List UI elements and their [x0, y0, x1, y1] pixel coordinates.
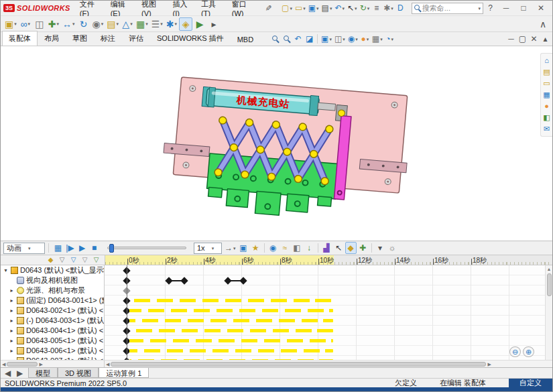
- save-animation-icon[interactable]: ▣: [238, 242, 249, 254]
- timeline-playhead[interactable]: [127, 265, 127, 360]
- gravity-icon[interactable]: ↓: [304, 242, 315, 254]
- smart-fasteners-icon[interactable]: ✚▾: [47, 17, 60, 31]
- tree-expander-icon[interactable]: ▸: [9, 348, 15, 354]
- scenes-icon[interactable]: ◧: [542, 113, 552, 123]
- select-icon[interactable]: ↖▾: [346, 2, 359, 14]
- motor-icon[interactable]: ◉: [267, 242, 279, 254]
- instant3d-icon[interactable]: ◈: [179, 17, 192, 31]
- animation-wizard-icon[interactable]: ★: [250, 242, 261, 254]
- graphics-area[interactable]: 机械充电站 ⌂▤▭▦●◧✉: [1, 46, 552, 241]
- tree-expander-icon[interactable]: ▸: [9, 338, 15, 344]
- filter-results-icon[interactable]: ▽: [91, 255, 101, 265]
- scroll-left-icon[interactable]: ◀: [2, 361, 5, 367]
- calculate-icon[interactable]: ▦: [52, 242, 64, 254]
- help-icon[interactable]: ?: [485, 2, 496, 14]
- ribbon-tab-layout[interactable]: 布局: [38, 31, 66, 46]
- new-motion-study-icon[interactable]: ▶: [193, 17, 206, 31]
- search-caret-icon[interactable]: ▾: [478, 6, 481, 11]
- maximize-button[interactable]: □: [515, 2, 532, 14]
- motion-options-icon[interactable]: ☼: [387, 242, 398, 254]
- timeline-change-bar[interactable]: [129, 319, 333, 322]
- ribbon-tab-addins[interactable]: SOLIDWORKS 插件: [150, 31, 231, 46]
- exploded-view-icon[interactable]: ✱▾: [165, 17, 178, 31]
- tree-expander-icon[interactable]: ▾: [3, 267, 9, 273]
- timeline-hscroll[interactable]: ◀ ▶: [105, 361, 552, 367]
- hide-show-items-icon[interactable]: ◉▾: [347, 33, 359, 45]
- results-and-plots-icon[interactable]: ▟: [321, 242, 332, 254]
- 3dexperience-icon[interactable]: D: [395, 2, 406, 14]
- timeline-change-bar[interactable]: [129, 299, 333, 302]
- zoom-area-icon[interactable]: [281, 33, 292, 45]
- tree-row-d0643-003[interactable]: ▸(-) D0643-003<1> (默认) <: [1, 316, 104, 326]
- stop-icon[interactable]: ■: [88, 242, 100, 254]
- save-icon[interactable]: ▣▾: [307, 2, 320, 14]
- study-type-select[interactable]: 动画 ▾: [3, 243, 45, 254]
- undo-icon[interactable]: ↶▾: [333, 2, 346, 14]
- tree-row-lights-cameras-scene[interactable]: ▸光源、相机与布景: [1, 285, 104, 296]
- hscroll-thumb[interactable]: [111, 362, 486, 367]
- timeline-change-bar[interactable]: [129, 359, 333, 360]
- view-settings-icon[interactable]: ◔▾: [384, 33, 395, 45]
- search-box[interactable]: 搜索命... ▾: [412, 3, 483, 14]
- ribbon-tab-mbd[interactable]: MBD: [231, 33, 260, 46]
- collapse-motionmanager-icon[interactable]: ▾: [375, 242, 386, 254]
- assembly-features-icon[interactable]: ▤▾: [105, 17, 120, 31]
- display-style-icon[interactable]: ◫▾: [333, 33, 347, 45]
- print-icon[interactable]: ▤▾: [320, 2, 334, 14]
- collapse-toolbar-icon[interactable]: ∧: [536, 17, 550, 31]
- timeline-change-bar[interactable]: [129, 309, 333, 312]
- close-document-icon[interactable]: ✕: [528, 33, 540, 45]
- close-button[interactable]: ✕: [532, 2, 550, 14]
- view-orientation-icon[interactable]: ▣▾: [320, 33, 333, 45]
- options-icon[interactable]: ✱▾: [382, 2, 395, 14]
- tree-row-d0643-005[interactable]: ▸D0643-005<1> (默认) <: [1, 336, 104, 346]
- spring-icon[interactable]: ≈: [280, 242, 291, 254]
- resources-home-icon[interactable]: ⌂: [542, 56, 552, 66]
- tree-row-assembly-root[interactable]: ▾D0643 (默认) <默认_显示状态: [1, 265, 104, 275]
- ribbon-tab-annotate[interactable]: 标注: [94, 31, 122, 46]
- view-palette-icon[interactable]: ▦: [542, 90, 552, 100]
- vscroll-thumb[interactable]: [547, 273, 552, 296]
- linear-pattern-icon[interactable]: ▦▾: [135, 17, 149, 31]
- section-view-icon[interactable]: ◪: [304, 33, 315, 45]
- rotate-component-icon[interactable]: ↻: [77, 17, 90, 31]
- add-key-icon[interactable]: ✚: [357, 242, 369, 254]
- edit-appearance-icon[interactable]: ●▾: [359, 33, 371, 45]
- file-explorer-icon[interactable]: ▭: [542, 78, 552, 88]
- filter-driving-icon[interactable]: ▽: [68, 255, 78, 265]
- show-hide-components-icon[interactable]: ◉▾: [91, 17, 105, 31]
- zoom-fit-icon[interactable]: [269, 33, 281, 45]
- move-component-icon[interactable]: ↔▾: [61, 17, 76, 31]
- doc-tab-model[interactable]: 模型: [28, 368, 58, 378]
- rebuild-icon[interactable]: ↻▾: [359, 2, 371, 14]
- open-icon[interactable]: ▭▾: [294, 2, 307, 14]
- playback-speed-select[interactable]: 1x ▾: [194, 243, 222, 254]
- scroll-right-icon[interactable]: ▶: [39, 361, 42, 367]
- new-document-icon[interactable]: ▢▾: [280, 2, 294, 14]
- scroll-left-icon[interactable]: ◀: [106, 361, 109, 367]
- customize-button[interactable]: 自定义: [509, 379, 552, 387]
- timeline-change-bar[interactable]: [129, 349, 333, 352]
- previous-view-icon[interactable]: ↶: [292, 33, 304, 45]
- doc-tab-motion-study-1[interactable]: 运动算例 1: [99, 368, 149, 378]
- pin-menu-icon[interactable]: ✎: [262, 2, 273, 14]
- slider-thumb[interactable]: [109, 244, 114, 253]
- scroll-up-icon[interactable]: ▲: [547, 266, 552, 272]
- motion-select-icon[interactable]: ↖: [333, 242, 345, 254]
- mate-icon[interactable]: ∞▾: [19, 17, 32, 31]
- appearances-icon[interactable]: ●: [542, 101, 552, 111]
- hscroll-thumb[interactable]: [7, 362, 38, 367]
- timeline-tracks[interactable]: ⊖⊕: [105, 265, 545, 360]
- tree-expander-icon[interactable]: ▸: [9, 298, 15, 304]
- minimize-document-icon[interactable]: ─: [505, 33, 517, 45]
- file-properties-icon[interactable]: ≡: [371, 2, 382, 14]
- contact-icon[interactable]: ◧: [292, 242, 303, 254]
- insert-components-icon[interactable]: ▣▾: [3, 17, 18, 31]
- autokey-icon[interactable]: ◆: [345, 242, 357, 254]
- tree-row-d0643-001[interactable]: ▸(固定) D0643-001<1> (默: [1, 296, 104, 306]
- ribbon-tab-sketch[interactable]: 草图: [66, 31, 94, 46]
- tab-scroll-right-icon[interactable]: ▶: [14, 367, 25, 379]
- collapse-ribbon-icon[interactable]: ▴: [540, 33, 551, 45]
- bill-of-materials-icon[interactable]: ☰▾: [150, 17, 164, 31]
- apply-scene-icon[interactable]: ▦▾: [371, 33, 384, 45]
